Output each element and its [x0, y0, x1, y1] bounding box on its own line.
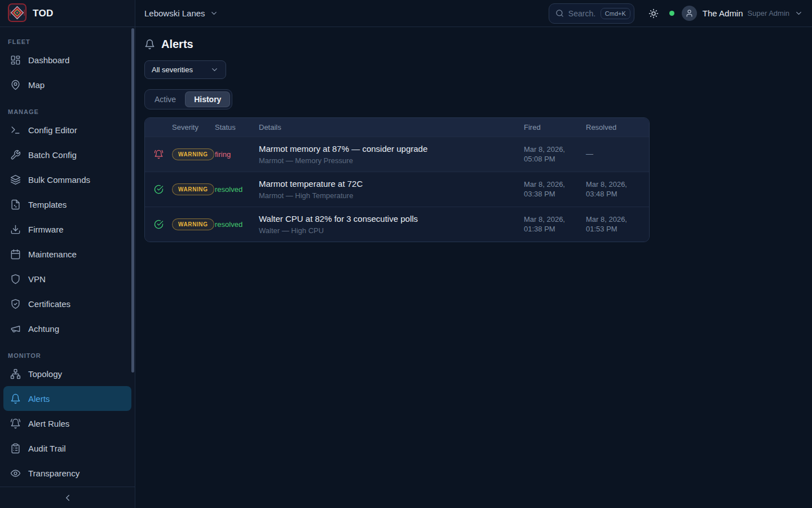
- sidebar-item-label: Firmware: [28, 225, 64, 234]
- sidebar-item-topology[interactable]: Topology: [3, 361, 131, 386]
- megaphone-icon: [10, 323, 21, 334]
- alerts-table: SeverityStatusDetailsFiredResolved WARNI…: [144, 117, 650, 242]
- search-box[interactable]: Cmd+K: [549, 3, 634, 24]
- sidebar-header: TOD: [0, 0, 135, 27]
- shield-check-icon: [10, 299, 21, 309]
- bell-icon: [10, 393, 21, 404]
- sidebar-footer: [0, 487, 135, 508]
- sidebar-item-label: Batch Config: [28, 150, 77, 160]
- sidebar-item-label: Certificates: [28, 299, 70, 309]
- search-icon: [555, 9, 564, 17]
- search-shortcut-badge: Cmd+K: [601, 8, 630, 19]
- sidebar-item-bulk-commands[interactable]: Bulk Commands: [3, 167, 131, 192]
- column-header-resolved: Resolved: [586, 123, 649, 132]
- chevron-down-icon: [210, 65, 219, 74]
- alerts-page: Alerts All severities Active History Sev…: [135, 27, 812, 508]
- download-icon: [10, 224, 21, 235]
- sidebar-section: MANAGE Config Editor Batch Config Bulk C…: [3, 108, 131, 341]
- calendar-icon: [10, 249, 21, 260]
- tab-history[interactable]: History: [185, 91, 230, 107]
- sidebar-item-transparency[interactable]: Transparency: [3, 461, 131, 485]
- status-text: resolved: [215, 185, 259, 194]
- shield-icon: [10, 274, 21, 284]
- bell-ring-icon: [154, 150, 164, 159]
- sidebar-item-label: Dashboard: [28, 55, 69, 65]
- sidebar-item-label: Transparency: [28, 468, 80, 478]
- user-role-badge: Super Admin: [748, 9, 789, 17]
- user-menu-chevron-down-icon[interactable]: [795, 9, 803, 17]
- theme-toggle-button[interactable]: [648, 8, 659, 19]
- sidebar-collapse-button[interactable]: [63, 493, 73, 503]
- sidebar-item-firmware[interactable]: Firmware: [3, 217, 131, 242]
- topbar: Lebowski Lanes Cmd+K: [135, 0, 812, 27]
- status-text: firing: [215, 150, 259, 159]
- sidebar-section-label: MONITOR: [8, 352, 131, 359]
- sidebar-item-label: Maintenance: [28, 249, 77, 259]
- sidebar-scrollbar[interactable]: [131, 28, 134, 373]
- column-header-details: Details: [259, 123, 524, 132]
- column-header-fired: Fired: [524, 123, 586, 132]
- clipboard-list-icon: [10, 443, 21, 454]
- sidebar-item-templates[interactable]: Templates: [3, 192, 131, 217]
- sidebar-item-label: Bulk Commands: [28, 175, 90, 185]
- alerts-table-header: SeverityStatusDetailsFiredResolved: [145, 118, 649, 137]
- sidebar-item-label: VPN: [28, 274, 46, 284]
- sidebar-item-label: Templates: [28, 200, 67, 209]
- sidebar-item-achtung[interactable]: Achtung: [3, 316, 131, 341]
- user-icon: [685, 9, 694, 17]
- tod-logo-icon: [8, 3, 27, 24]
- sidebar-item-label: Map: [28, 80, 45, 90]
- sidebar-item-label: Topology: [28, 369, 62, 379]
- severity-filter-select[interactable]: All severities: [144, 60, 226, 79]
- sidebar-item-maintenance[interactable]: Maintenance: [3, 242, 131, 266]
- sidebar-item-alert-rules[interactable]: Alert Rules: [3, 411, 131, 436]
- resolved-time: —: [586, 150, 649, 159]
- network-icon: [10, 369, 21, 379]
- sidebar-item-vpn[interactable]: VPN: [3, 266, 131, 291]
- column-header-status: Status: [215, 123, 259, 132]
- check-circle-icon: [154, 220, 164, 229]
- resolved-time: Mar 8, 2026, 01:53 PM: [586, 215, 649, 234]
- sidebar-item-alerts[interactable]: Alerts: [3, 386, 131, 411]
- severity-badge: WARNING: [172, 218, 214, 230]
- chevron-down-icon: [210, 9, 218, 17]
- check-circle-icon: [154, 185, 164, 194]
- sidebar: TOD FLEET Dashboard Map MANAGE Config Ed…: [0, 0, 135, 508]
- search-input[interactable]: [568, 9, 596, 18]
- wrench-icon: [10, 150, 21, 160]
- online-status-dot: [669, 11, 674, 16]
- fired-time: Mar 8, 2026, 01:38 PM: [524, 215, 586, 234]
- alert-subtitle: Walter — High CPU: [259, 226, 524, 235]
- page-title: Alerts: [161, 38, 193, 51]
- sidebar-item-label: Alerts: [28, 394, 50, 404]
- table-row[interactable]: WARNING resolved Marmot temperature at 7…: [145, 172, 649, 207]
- sidebar-item-certificates[interactable]: Certificates: [3, 291, 131, 316]
- org-switcher[interactable]: Lebowski Lanes: [144, 8, 218, 18]
- sidebar-item-label: Audit Trail: [28, 444, 66, 453]
- alerts-view-tabs: Active History: [144, 89, 232, 110]
- fired-time: Mar 8, 2026, 05:08 PM: [524, 145, 586, 164]
- table-row[interactable]: WARNING resolved Walter CPU at 82% for 3…: [145, 207, 649, 242]
- map-pin-icon: [10, 80, 21, 90]
- severity-badge: WARNING: [172, 148, 214, 160]
- sidebar-item-batch-config[interactable]: Batch Config: [3, 142, 131, 167]
- alert-title: Walter CPU at 82% for 3 consecutive poll…: [259, 214, 524, 224]
- tab-active[interactable]: Active: [147, 91, 184, 107]
- sidebar-section-label: MANAGE: [8, 108, 131, 115]
- sidebar-item-dashboard[interactable]: Dashboard: [3, 47, 131, 72]
- sidebar-item-label: Config Editor: [28, 125, 77, 135]
- column-header-severity: Severity: [172, 123, 215, 132]
- user-avatar[interactable]: [682, 6, 697, 21]
- sidebar-item-audit-trail[interactable]: Audit Trail: [3, 436, 131, 461]
- file-icon: [10, 199, 21, 210]
- severity-filter-value: All severities: [152, 65, 193, 74]
- app-window: TOD FLEET Dashboard Map MANAGE Config Ed…: [0, 0, 812, 508]
- sidebar-item-config-editor[interactable]: Config Editor: [3, 117, 131, 142]
- terminal-icon: [10, 125, 21, 135]
- org-name: Lebowski Lanes: [144, 8, 205, 18]
- status-text: resolved: [215, 220, 259, 229]
- table-row[interactable]: WARNING firing Marmot memory at 87% — co…: [145, 137, 649, 172]
- sidebar-section-label: FLEET: [8, 38, 131, 45]
- sidebar-item-map[interactable]: Map: [3, 72, 131, 97]
- brand-name: TOD: [33, 8, 53, 19]
